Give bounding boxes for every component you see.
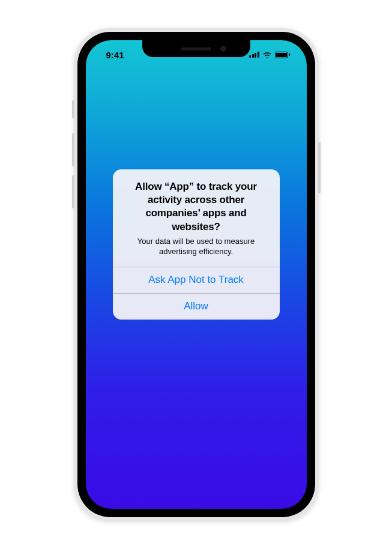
battery-icon	[275, 52, 290, 58]
front-camera	[220, 46, 226, 52]
wifi-icon	[262, 51, 272, 58]
volume-down-button	[72, 175, 74, 208]
alert-overlay: Allow “App” to track your activity acros…	[86, 40, 307, 509]
notch	[142, 40, 250, 57]
volume-up-button	[72, 133, 74, 166]
alert-message: Your data will be used to measure advert…	[122, 236, 270, 257]
status-indicators	[249, 49, 292, 58]
speaker-grille	[181, 47, 211, 50]
alert-body: Allow “App” to track your activity acros…	[113, 169, 280, 266]
allow-button[interactable]: Allow	[113, 293, 280, 320]
silent-switch	[72, 100, 74, 118]
ask-not-to-track-button[interactable]: Ask App Not to Track	[113, 267, 280, 293]
side-button	[318, 142, 321, 193]
tracking-permission-alert: Allow “App” to track your activity acros…	[113, 169, 280, 319]
status-time: 9:41	[100, 47, 124, 60]
phone-bezel: 9:41	[77, 32, 315, 517]
phone-device-frame: 9:41	[74, 28, 319, 521]
phone-screen: 9:41	[86, 40, 307, 509]
alert-title: Allow “App” to track your activity acros…	[122, 180, 270, 233]
cellular-signal-icon	[249, 52, 259, 58]
